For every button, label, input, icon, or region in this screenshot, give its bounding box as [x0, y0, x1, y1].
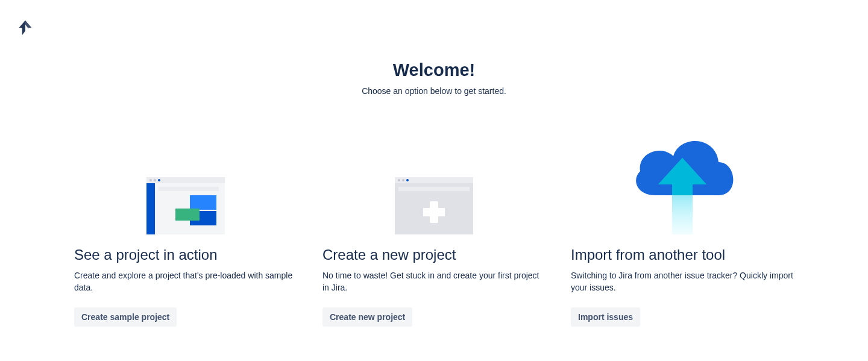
svg-point-4: [158, 179, 160, 181]
svg-rect-19: [423, 208, 445, 216]
card-import: Import from another tool Switching to Ji…: [571, 132, 794, 327]
svg-point-2: [149, 179, 152, 181]
jira-logo-icon: [17, 19, 34, 39]
import-illustration: [571, 132, 794, 234]
create-new-project-button[interactable]: Create new project: [322, 307, 412, 327]
svg-point-3: [154, 179, 156, 181]
card-desc-sample: Create and explore a project that's pre-…: [74, 269, 297, 294]
new-project-illustration: [322, 132, 546, 234]
svg-rect-8: [190, 195, 216, 210]
svg-rect-10: [175, 209, 200, 221]
option-cards-row: See a project in action Create and explo…: [0, 132, 868, 327]
svg-rect-17: [398, 187, 470, 191]
card-title-import: Import from another tool: [571, 246, 794, 263]
create-sample-project-button[interactable]: Create sample project: [74, 307, 177, 327]
card-new-project: Create a new project No time to waste! G…: [322, 132, 546, 327]
card-desc-new: No time to waste! Get stuck in and creat…: [322, 269, 546, 294]
page-title: Welcome!: [0, 60, 868, 80]
svg-rect-7: [159, 187, 219, 191]
card-desc-import: Switching to Jira from another issue tra…: [571, 269, 794, 294]
import-issues-button[interactable]: Import issues: [571, 307, 640, 327]
svg-rect-5: [146, 183, 155, 234]
card-title-new: Create a new project: [322, 246, 546, 263]
svg-point-15: [406, 179, 409, 181]
page-subtitle: Choose an option below to get started.: [0, 86, 868, 96]
sample-project-illustration: [74, 132, 297, 234]
card-sample-project: See a project in action Create and explo…: [74, 132, 297, 327]
svg-point-14: [402, 179, 404, 181]
card-title-sample: See a project in action: [74, 246, 297, 263]
svg-point-13: [398, 179, 400, 181]
